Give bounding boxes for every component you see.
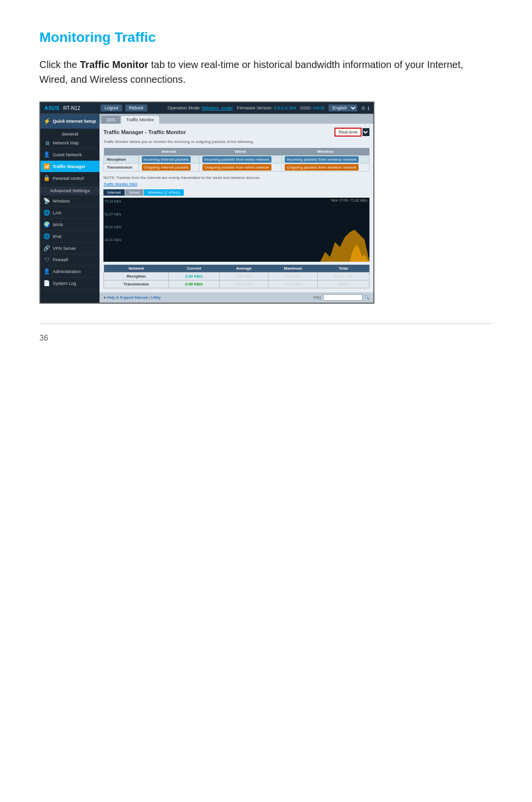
sidebar-item-parental-control[interactable]: 🔒 Parental control [40, 173, 100, 184]
router-footer: ● Help & Support Manual | Utility FAQ 🔍 [100, 292, 373, 303]
stats-col-current: Current [169, 265, 219, 273]
vpn-icon: 🔗 [43, 245, 50, 251]
stats-transmission-total: 6461 [318, 280, 369, 288]
guest-network-icon: 👤 [43, 151, 50, 158]
chart-area: 73.24 KB/s 51.27 KB/s 36.62 KB/s 18.31 K… [103, 198, 369, 262]
reboot-button[interactable]: Reboot [125, 105, 147, 111]
sub-tab-wired[interactable]: Wired [125, 189, 143, 196]
faq-label: FAQ [313, 295, 321, 300]
transmission-current-value: 0.00 KB/s [185, 282, 203, 286]
sub-tab-wireless[interactable]: Wireless (2.4GHz) [144, 189, 184, 196]
manual-link[interactable]: Manual [135, 295, 148, 300]
sidebar-item-system-log[interactable]: 📄 System Log [40, 278, 100, 289]
sidebar-item-guest-network[interactable]: 👤 Guest Network [40, 149, 100, 161]
faq-input[interactable] [323, 294, 363, 301]
top-bar-buttons: Logout Reboot [100, 105, 147, 111]
tab-bar: QoS Traffic Monitor [100, 114, 373, 124]
chart-y-label-top: 73.24 KB/s [104, 200, 121, 203]
page-divider [39, 323, 493, 324]
info-icon: ℹ [367, 105, 369, 111]
wireless-icon: 📡 [43, 198, 50, 204]
table-row-reception: Reception Incoming Internet packets Inco… [104, 156, 369, 164]
stats-reception-average: 0.36 KB/s [219, 273, 268, 280]
footer-left: ● Help & Support Manual | Utility [103, 295, 161, 300]
ssid-info: SSID: ASUS [300, 105, 325, 110]
sidebar-ipv6-label: IPv6 [53, 234, 62, 239]
page-title: Monitoring Traffic [39, 30, 493, 45]
sidebar-item-firewall[interactable]: 🛡 Firewall [40, 254, 100, 266]
transmission-internet-value: Outgoing Internet packets [142, 164, 191, 171]
quick-setup-icon: ⚡ [43, 118, 51, 125]
model-name: RT-N12 [64, 105, 80, 111]
help-support-link[interactable]: Help & Support [107, 295, 133, 300]
router-top-bar: ASUS RT-N12 Logout Reboot Operation Mode… [40, 103, 373, 114]
firewall-icon: 🛡 [43, 257, 50, 263]
firmware-link[interactable]: 3.0.0.4.264 [274, 105, 296, 110]
operation-mode-link[interactable]: Wireless_router [202, 105, 233, 110]
intro-paragraph: Click the Traffic Monitor tab to view re… [39, 57, 493, 87]
page-number: 36 [39, 334, 493, 343]
sidebar: ⚡ Quick Internet Setup General 🖥 Network… [40, 114, 100, 303]
logout-button[interactable]: Logout [100, 105, 122, 111]
stats-reception-maximum: 9.05 KB/s [268, 273, 318, 280]
reception-label: Reception [104, 156, 139, 164]
stats-col-network: Network [104, 265, 169, 273]
sidebar-item-wireless[interactable]: 📡 Wireless [40, 195, 100, 207]
general-section-label: General [40, 129, 100, 138]
ssid-link[interactable]: ASUS [312, 105, 325, 110]
col-header-internet: Internet [138, 148, 199, 156]
sidebar-item-traffic-manager[interactable]: 📶 Traffic Manager [40, 161, 100, 173]
router-brand-area: ASUS RT-N12 [44, 105, 80, 111]
top-icons: ⚙ ℹ [361, 105, 369, 111]
sidebar-parental-control-label: Parental control [53, 176, 84, 181]
utility-link[interactable]: Utility [151, 295, 161, 300]
stats-reception-label: Reception [104, 273, 169, 280]
stats-transmission-label: Transmission [104, 280, 169, 288]
sidebar-network-map-label: Network Map [53, 140, 79, 145]
language-select[interactable]: English [329, 105, 357, 111]
table-row-transmission: Transmission Outgoing Internet packets O… [104, 164, 369, 172]
search-icon: 🔍 [365, 295, 369, 300]
firmware-info: Firmware Version: 3.0.0.4.264 [237, 105, 296, 110]
sub-tab-bar: Internet Wired Wireless (2.4GHz) [103, 189, 369, 196]
info-table: Internet Wired Wireless Reception Incomi… [103, 148, 369, 172]
sub-tab-internet[interactable]: Internet [103, 189, 125, 196]
traffic-manager-icon: 📶 [43, 163, 50, 170]
intro-bold: Traffic Monitor [80, 59, 148, 70]
tab-traffic-monitor[interactable]: Traffic Monitor [121, 116, 159, 124]
realtime-dropdown[interactable]: ▼ [363, 128, 369, 136]
top-bar-right: Operation Mode: Wireless_router Firmware… [167, 105, 369, 111]
stats-reception-current: 2.83 KB/s [169, 273, 219, 280]
quick-internet-setup[interactable]: ⚡ Quick Internet Setup [40, 114, 100, 129]
note-text: NOTE: Packets from the Internet are even… [103, 175, 369, 180]
reception-wireless-value: Incoming packets from wireless network [285, 156, 359, 163]
chart-timestamp: Mon 17:09 / 72.82 KB/s [332, 199, 367, 202]
sidebar-item-network-map[interactable]: 🖥 Network Map [40, 138, 100, 149]
sidebar-item-wan[interactable]: 🌍 WAN [40, 219, 100, 231]
stats-col-total: Total [318, 265, 369, 273]
main-layout: ⚡ Quick Internet Setup General 🖥 Network… [40, 114, 373, 303]
tm-description: Traffic Monitor allows you to monitor th… [103, 139, 369, 144]
tab-qos[interactable]: QoS [101, 116, 120, 124]
sidebar-item-ipv6[interactable]: 🌐 IPv6 [40, 231, 100, 243]
sidebar-item-vpn-server[interactable]: 🔗 VPN Server [40, 243, 100, 254]
chart-y-label-3: 36.62 KB/s [104, 225, 121, 229]
advanced-settings-label: Advanced Settings [40, 186, 100, 195]
stats-col-average: Average [219, 265, 268, 273]
sidebar-firewall-label: Firewall [53, 257, 68, 262]
transmission-wired: Outgoing packets from wired network [199, 164, 281, 172]
realtime-select: Real-time ▼ [334, 128, 369, 137]
brand-logo: ASUS [44, 105, 60, 111]
ipv6-icon: 🌐 [43, 233, 50, 240]
sidebar-wan-label: WAN [53, 222, 63, 227]
reception-internet-value: Incoming Internet packets [142, 156, 191, 163]
quick-setup-label: Quick Internet Setup [53, 119, 96, 124]
sidebar-item-administration[interactable]: 👤 Administration [40, 266, 100, 278]
stats-col-maximum: Maximum [268, 265, 318, 273]
sidebar-item-lan[interactable]: 🌐 LAN [40, 207, 100, 219]
router-ui-screenshot: ASUS RT-N12 Logout Reboot Operation Mode… [39, 102, 374, 304]
traffic-monitor-content: Traffic Manager - Traffic Monitor Real-t… [100, 124, 373, 292]
faq-link[interactable]: Traffic Monitor FAQ [103, 182, 369, 186]
sidebar-wireless-label: Wireless [53, 199, 70, 204]
help-support-icon: ● [103, 295, 106, 300]
